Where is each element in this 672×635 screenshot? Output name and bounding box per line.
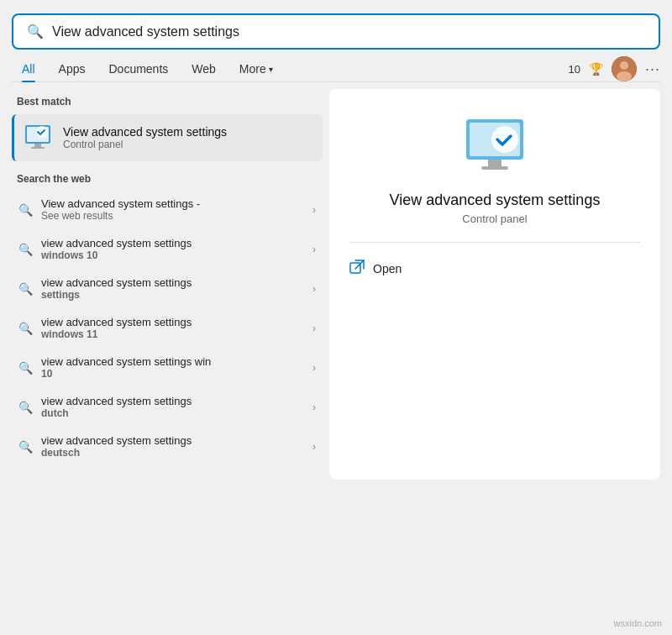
svg-rect-6	[31, 147, 45, 149]
open-button[interactable]: Open	[349, 256, 640, 281]
tab-documents[interactable]: Documents	[98, 57, 178, 81]
chevron-right-icon-3: ›	[312, 283, 316, 295]
right-panel-subtitle: Control panel	[462, 213, 527, 225]
best-match-subtitle: Control panel	[63, 139, 227, 150]
tabs-right: 10 🏆 ···	[569, 56, 660, 81]
tab-all[interactable]: All	[12, 57, 45, 81]
chevron-right-icon-2: ›	[312, 244, 316, 255]
search-web-icon-1: 🔍	[18, 203, 33, 217]
search-bar[interactable]: 🔍	[12, 13, 660, 50]
svg-point-12	[491, 126, 518, 153]
web-result-text-3: view advanced system settings settings	[41, 276, 304, 301]
chevron-right-icon-6: ›	[312, 401, 316, 413]
tabs-left: All Apps Documents Web More ▾	[12, 57, 283, 81]
web-result-text-1: View advanced system settings - See web …	[41, 197, 304, 222]
svg-rect-11	[481, 166, 508, 170]
search-web-icon-4: 🔍	[18, 322, 33, 335]
tab-web[interactable]: Web	[181, 57, 226, 81]
left-panel: Best match View advanced system settings…	[12, 82, 323, 480]
right-panel-title: View advanced system settings	[390, 192, 601, 209]
chevron-down-icon: ▾	[269, 65, 273, 74]
main-content: Best match View advanced system settings…	[0, 82, 672, 480]
best-match-text: View advanced system settings Control pa…	[63, 125, 227, 150]
web-search-section-title: Search the web	[12, 173, 323, 185]
web-result-4[interactable]: 🔍 view advanced system settings windows …	[12, 308, 323, 348]
web-result-text-2: view advanced system settings windows 10	[41, 237, 304, 261]
more-options-button[interactable]: ···	[645, 60, 660, 78]
best-match-section-title: Best match	[12, 96, 323, 108]
best-match-app-icon	[23, 123, 53, 153]
avatar[interactable]	[612, 56, 637, 81]
tabs-bar: All Apps Documents Web More ▾ 10 🏆 ···	[0, 50, 672, 81]
best-match-title: View advanced system settings	[63, 125, 227, 139]
chevron-right-icon-7: ›	[312, 441, 316, 453]
chevron-right-icon-4: ›	[312, 323, 316, 334]
search-web-icon-6: 🔍	[18, 401, 33, 414]
open-external-icon	[349, 260, 365, 278]
chevron-right-icon-1: ›	[312, 204, 316, 216]
right-panel-divider	[349, 242, 640, 243]
web-result-2[interactable]: 🔍 view advanced system settings windows …	[12, 229, 323, 269]
svg-rect-10	[488, 160, 501, 166]
web-result-6[interactable]: 🔍 view advanced system settings dutch ›	[12, 387, 323, 427]
search-web-icon-5: 🔍	[18, 361, 33, 375]
web-result-1[interactable]: 🔍 View advanced system settings - See we…	[12, 190, 323, 229]
chevron-right-icon-5: ›	[312, 362, 316, 374]
svg-rect-5	[34, 144, 41, 147]
web-result-text-7: view advanced system settings deutsch	[41, 434, 304, 459]
watermark: wsxidn.com	[614, 618, 662, 628]
tab-more[interactable]: More ▾	[229, 57, 283, 81]
search-web-icon-2: 🔍	[18, 243, 33, 256]
search-web-icon-7: 🔍	[18, 440, 33, 454]
web-result-7[interactable]: 🔍 view advanced system settings deutsch …	[12, 427, 323, 466]
search-input[interactable]	[52, 24, 645, 39]
web-result-text-5: view advanced system settings win 10	[41, 355, 304, 380]
web-result-text-4: view advanced system settings windows 11	[41, 316, 304, 340]
tab-apps[interactable]: Apps	[49, 57, 96, 81]
open-label: Open	[373, 262, 402, 276]
web-result-text-6: view advanced system settings dutch	[41, 395, 304, 419]
tab-count: 10	[569, 63, 580, 76]
web-result-5[interactable]: 🔍 view advanced system settings win 10 ›	[12, 348, 323, 387]
svg-point-2	[617, 71, 632, 81]
search-web-icon-3: 🔍	[18, 282, 33, 296]
right-panel-app-icon	[461, 116, 528, 178]
svg-point-1	[620, 61, 628, 70]
web-result-3[interactable]: 🔍 view advanced system settings settings…	[12, 269, 323, 308]
trophy-icon: 🏆	[589, 62, 603, 76]
search-icon: 🔍	[27, 24, 44, 39]
best-match-item[interactable]: View advanced system settings Control pa…	[12, 114, 323, 161]
right-panel: View advanced system settings Control pa…	[329, 89, 660, 480]
